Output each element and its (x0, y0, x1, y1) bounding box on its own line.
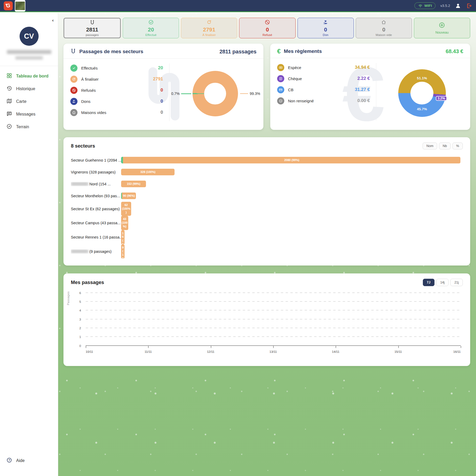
sidebar: ‹ CV Tableau de bord (0, 13, 58, 476)
stat-value: 0 (266, 26, 269, 33)
history-icon (6, 85, 12, 92)
plus-circle-icon (439, 22, 445, 29)
passages-donut-chart[interactable] (193, 71, 238, 116)
secteurs-card: 8 secteurs Nom Nb % Secteur Guehenno 1 (… (63, 137, 470, 266)
stat-card-effectue[interactable]: 20 Effectué (123, 18, 179, 38)
sidebar-item-messages[interactable]: Messages (0, 108, 58, 121)
secteur-bar[interactable]: 9 (100%) (121, 244, 125, 259)
row-value: 2791 (153, 76, 163, 82)
secteur-label: Secteur St Ex (62 passages) (71, 207, 120, 211)
row-value: 2.22 € (357, 76, 370, 81)
card-title: Passages de mes secteurs (79, 49, 143, 54)
x-tick-label: 12/11 (207, 350, 214, 353)
stat-card-maison-vide[interactable]: 0 Maison vide (356, 18, 412, 38)
stat-card-refuse[interactable]: 0 Refusé (239, 18, 295, 38)
stat-card-a-finaliser[interactable]: 2791 À finaliser (181, 18, 237, 38)
y-tick-label: 2 (79, 327, 81, 330)
range-7j-button[interactable]: 7J (423, 279, 434, 286)
sidebar-item-terrain[interactable]: Terrain (0, 121, 58, 133)
range-21j-button[interactable]: 21j (450, 279, 463, 286)
y-tick-label: 3 (79, 318, 81, 321)
stat-label: Effectué (145, 33, 157, 36)
sidebar-item-carte[interactable]: Carte (0, 95, 58, 108)
secteur-row: (9 passages) 9 (100%) (71, 244, 463, 259)
secteur-label: Vignerons (328 passages) (71, 170, 116, 174)
list-item-dons: Dons 0 (70, 96, 169, 107)
donut-label-right: 99.3% (240, 91, 260, 96)
sort-by-name-button[interactable]: Nom (423, 143, 437, 149)
y-axis-label: Passages (67, 291, 70, 305)
secteur-label: Nord (154 ... (89, 182, 111, 186)
stat-label: Maison vide (376, 33, 392, 36)
logout-icon[interactable] (466, 3, 472, 9)
question-icon: ? (277, 97, 284, 104)
gridline (86, 310, 461, 310)
top-navbar: G WIFI v3.5.2 (0, 0, 476, 12)
secteur-label: Secteur Rennes 1 (16 passa... (71, 235, 121, 239)
reglements-card: € Mes règlements 68.43 € € Espèce (270, 44, 470, 130)
secteur-bar[interactable]: 90 (96%) (121, 193, 136, 199)
sidebar-item-label: Messages (16, 112, 35, 117)
user-subname-blurred (15, 56, 43, 59)
row-value: 0 (161, 99, 163, 104)
secteur-bar[interactable]: 43 (100%) (121, 216, 128, 230)
check-circle-icon (148, 20, 154, 26)
sidebar-item-historique[interactable]: Historique (0, 83, 58, 95)
list-item-a-finaliser: À finaliser 2791 (70, 74, 169, 85)
y-tick-label: 5 (79, 300, 81, 303)
stat-card-passages[interactable]: 2811 passages (63, 18, 121, 38)
user-name-blurred (7, 50, 51, 54)
row-value: 0.00 € (357, 98, 370, 103)
sidebar-item-label: Historique (16, 86, 35, 91)
secteur-bar[interactable]: 2080 (99%) (121, 157, 460, 164)
map-thumbnail[interactable] (15, 0, 25, 12)
stat-card-don[interactable]: 0 Don (298, 18, 354, 38)
secteur-row: Secteur Monthelon (93 pas... 90 (96%) (71, 190, 463, 202)
x-tick (148, 346, 149, 348)
passages-total: 2811 passages (219, 49, 257, 55)
compass-icon (6, 123, 12, 130)
secteur-label: Secteur Guehenno 1 (2094 ... (71, 158, 121, 162)
sidebar-collapse-icon[interactable]: ‹ (52, 18, 54, 23)
app-logo-icon[interactable]: G (4, 1, 13, 10)
sidebar-menu: Tableau de bord Historique Carte (0, 70, 58, 133)
sidebar-item-tableau-de-bord[interactable]: Tableau de bord (0, 70, 58, 83)
wifi-icon (418, 4, 423, 8)
row-label: Non renseigné (288, 99, 314, 103)
cheque-icon (277, 75, 284, 82)
row-value: 31.27 € (355, 87, 370, 92)
blurred-name (71, 250, 88, 253)
stat-card-nouveau[interactable]: Nouveau (414, 18, 470, 38)
main-area: 2811 passages 20 Effectué (58, 13, 476, 476)
x-tick (86, 346, 86, 348)
wifi-label: WIFI (424, 4, 432, 8)
secteur-bar[interactable]: 62 (100%) (121, 202, 131, 216)
check-circle-icon (70, 65, 77, 72)
user-account-icon[interactable] (455, 3, 461, 9)
secteur-bar[interactable]: 153 (99%) (121, 181, 146, 187)
refresh-icon (207, 20, 212, 26)
credit-card-icon (277, 86, 284, 93)
secteur-bar[interactable]: 328 (100%) (121, 169, 175, 176)
row-value: 20 (158, 65, 163, 71)
x-tick (273, 346, 274, 348)
gridline (86, 328, 461, 328)
secteur-bar[interactable]: 16 (100%) (121, 230, 125, 244)
gridline (86, 336, 461, 337)
row-label: Chèque (288, 76, 302, 81)
sidebar-item-aide[interactable]: ? Aide (0, 454, 58, 467)
reglements-rows: Espèce 34.94 € Chèque 2.22 € (277, 62, 376, 124)
hand-heart-icon (70, 98, 77, 105)
stat-value: 0 (324, 26, 327, 33)
y-tick-label: 4 (79, 309, 81, 312)
avatar[interactable]: CV (20, 27, 39, 46)
sort-by-count-button[interactable]: Nb (439, 143, 451, 149)
row-label: Refusés (81, 88, 96, 93)
refresh-icon (70, 76, 77, 83)
wifi-status-badge: WIFI (414, 2, 436, 9)
stat-value: 2811 (86, 26, 98, 33)
sort-by-percent-button[interactable]: % (452, 143, 463, 149)
list-item-cb: CB 31.27 € (277, 84, 376, 95)
range-14j-button[interactable]: 14j (436, 279, 449, 286)
route-icon (90, 20, 95, 26)
